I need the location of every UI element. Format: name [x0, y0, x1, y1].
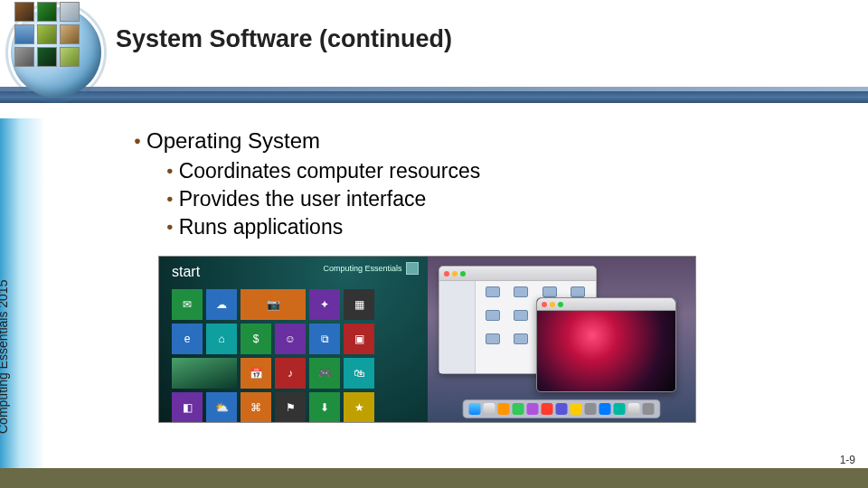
tile	[172, 358, 237, 389]
page-number: 1-9	[840, 454, 855, 466]
tile: ☺	[275, 324, 306, 354]
folder-icon	[481, 310, 505, 328]
dock-icon	[526, 403, 538, 415]
header-divider-thick	[0, 91, 868, 103]
bullet-level2: ●Runs applications	[166, 213, 832, 241]
tile: ⌘	[241, 392, 271, 422]
tile: ★	[344, 392, 374, 422]
bullet-level1-text: Operating System	[146, 128, 320, 153]
bullet-dot-icon: ●	[134, 134, 141, 147]
globe-image-grid	[14, 2, 80, 67]
tile: ▣	[344, 324, 374, 354]
dock-icon	[468, 403, 480, 415]
win-user-label: Computing Essentials	[323, 262, 418, 275]
tile: ⛅	[206, 392, 237, 422]
close-icon	[542, 302, 547, 307]
tile: ▦	[344, 289, 374, 320]
tile: $	[241, 324, 271, 354]
header: System Software (continued)	[0, 0, 868, 104]
mac-window-titlebar	[537, 298, 675, 311]
dock-icon	[483, 403, 495, 415]
mac-media-window	[536, 297, 676, 392]
dock-icon	[570, 403, 581, 415]
folder-icon	[509, 310, 533, 328]
tile: ⌂	[206, 324, 237, 354]
bullet-dot-icon: ●	[166, 192, 174, 205]
minimize-icon	[452, 271, 458, 277]
win-start-label: start	[172, 264, 200, 280]
minimize-icon	[550, 302, 555, 307]
bullet-level2: ●Coordinates computer resources	[166, 157, 832, 185]
tile: ✉	[172, 289, 203, 320]
tile: 🛍	[344, 358, 374, 389]
tile: e	[172, 324, 203, 354]
slide-title: System Software (continued)	[116, 25, 452, 53]
avatar-icon	[406, 262, 419, 275]
left-gradient-bar: Computing Essentials 2015	[0, 118, 45, 470]
bullet-level2-text: Provides the user interface	[179, 187, 427, 211]
win-tiles: ✉ ☁ 📷 ✦ ▦ e ⌂ $ ☺ ⧉ ▣ 📅 ♪ 🎮 🛍 ◧ ⛅ ⌘ ⚑	[172, 289, 401, 422]
windows-start-screenshot: start Computing Essentials ✉ ☁ 📷 ✦ ▦ e ⌂…	[159, 257, 428, 422]
dock-icon	[613, 403, 625, 415]
zoom-icon	[558, 302, 563, 307]
macos-screenshot	[428, 257, 696, 422]
folder-icon	[481, 286, 505, 305]
screenshots-row: start Computing Essentials ✉ ☁ 📷 ✦ ▦ e ⌂…	[158, 256, 696, 423]
mac-window-titlebar	[439, 267, 596, 281]
dock-icon	[599, 403, 610, 415]
mac-dock	[462, 399, 660, 418]
bullet-level1: ●Operating System	[134, 127, 832, 155]
dock-icon	[642, 403, 654, 415]
dock-icon	[555, 403, 567, 415]
zoom-icon	[460, 271, 466, 277]
close-icon	[444, 271, 449, 277]
tile: ☁	[206, 289, 237, 320]
dock-icon	[541, 403, 552, 415]
finder-sidebar	[439, 281, 476, 373]
bullet-level2-text: Coordinates computer resources	[179, 159, 481, 183]
tile: ✦	[309, 289, 340, 320]
tile: 📷	[241, 289, 306, 320]
dock-icon	[512, 403, 524, 415]
folder-icon	[509, 286, 533, 305]
bullet-level2-text: Runs applications	[179, 215, 344, 239]
tile: 🎮	[309, 358, 340, 389]
tile: ⚑	[275, 392, 306, 422]
win-user-text: Computing Essentials	[323, 264, 401, 273]
footer-bar	[0, 468, 868, 488]
bullet-dot-icon: ●	[166, 221, 174, 233]
side-label: Computing Essentials 2015	[0, 280, 10, 434]
tile: ♪	[275, 358, 306, 389]
slide: System Software (continued) Computing Es…	[0, 0, 868, 488]
tile: ◧	[172, 392, 203, 422]
dock-icon	[584, 403, 596, 415]
folder-icon	[509, 333, 533, 352]
dock-icon	[627, 403, 639, 415]
tile: ⬇	[309, 392, 340, 422]
tile: ⧉	[309, 324, 340, 354]
bullet-level2: ●Provides the user interface	[166, 185, 832, 213]
tile: 📅	[241, 358, 271, 389]
content-area: ●Operating System ●Coordinates computer …	[134, 127, 832, 242]
dock-icon	[497, 403, 509, 415]
folder-icon	[481, 333, 505, 352]
bullet-dot-icon: ●	[166, 164, 174, 177]
